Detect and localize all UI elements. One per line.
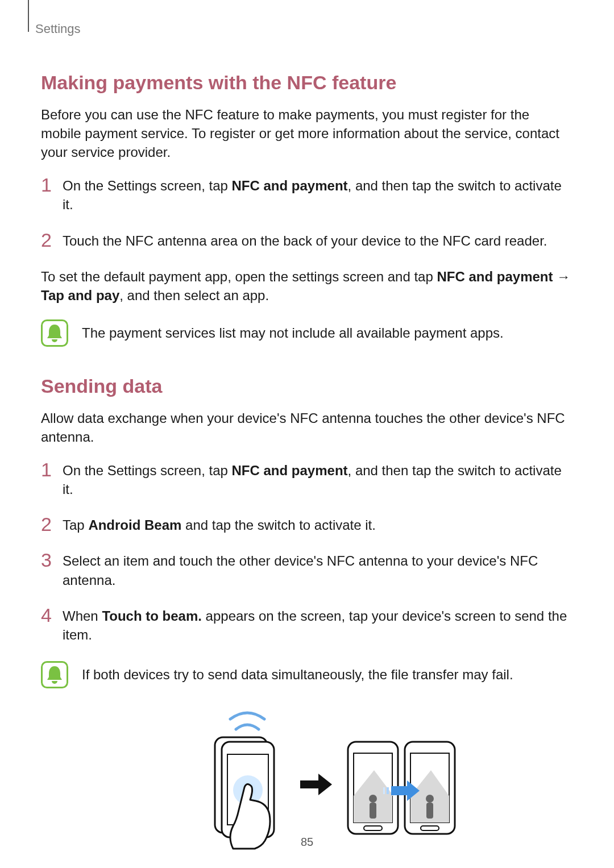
svg-rect-27	[383, 787, 385, 794]
svg-rect-24	[391, 786, 407, 795]
section1-note: The payment services list may not includ…	[41, 319, 573, 347]
nfc-beam-illustration	[41, 702, 573, 850]
section2-intro: Allow data exchange when your device's N…	[41, 409, 573, 446]
section2-step-1: 1 On the Settings screen, tap NFC and pa…	[41, 461, 573, 499]
page-side-rule	[28, 0, 29, 32]
note-text: The payment services list may not includ…	[82, 323, 504, 342]
section2-step-4: 4 When Touch to beam. appears on the scr…	[41, 607, 573, 644]
svg-point-18	[369, 795, 377, 803]
section-title-nfc-payments: Making payments with the NFC feature	[41, 72, 573, 94]
svg-point-20	[426, 795, 434, 803]
step-number: 2	[41, 514, 63, 534]
step-text: Select an item and touch the other devic…	[63, 551, 573, 589]
step-text: Tap Android Beam and tap the switch to a…	[63, 516, 573, 534]
svg-marker-9	[318, 774, 332, 795]
step-number: 1	[41, 175, 63, 194]
page-number: 85	[0, 836, 614, 849]
step-number: 2	[41, 230, 63, 250]
section2-step-2: 2 Tap Android Beam and tap the switch to…	[41, 516, 573, 534]
bell-icon	[41, 661, 68, 688]
svg-rect-19	[370, 803, 376, 819]
step-text: When Touch to beam. appears on the scree…	[63, 607, 573, 644]
note-text: If both devices try to send data simulta…	[82, 665, 513, 684]
section1-intro: Before you can use the NFC feature to ma…	[41, 105, 573, 161]
section1-step-1: 1 On the Settings screen, tap NFC and pa…	[41, 176, 573, 214]
step-text: On the Settings screen, tap NFC and paym…	[63, 461, 573, 499]
svg-rect-21	[426, 803, 433, 819]
step-text: On the Settings screen, tap NFC and paym…	[63, 176, 573, 214]
svg-rect-26	[387, 787, 389, 794]
svg-rect-8	[300, 780, 318, 788]
step-number: 1	[41, 460, 63, 479]
step-text: Touch the NFC antenna area on the back o…	[63, 231, 573, 250]
section1-extra: To set the default payment app, open the…	[41, 267, 573, 305]
bell-icon	[41, 319, 68, 347]
breadcrumb: Settings	[35, 22, 573, 36]
section-title-sending-data: Sending data	[41, 375, 573, 397]
section2-note: If both devices try to send data simulta…	[41, 661, 573, 688]
step-number: 3	[41, 550, 63, 570]
section2-step-3: 3 Select an item and touch the other dev…	[41, 551, 573, 589]
section1-step-2: 2 Touch the NFC antenna area on the back…	[41, 231, 573, 250]
step-number: 4	[41, 605, 63, 625]
